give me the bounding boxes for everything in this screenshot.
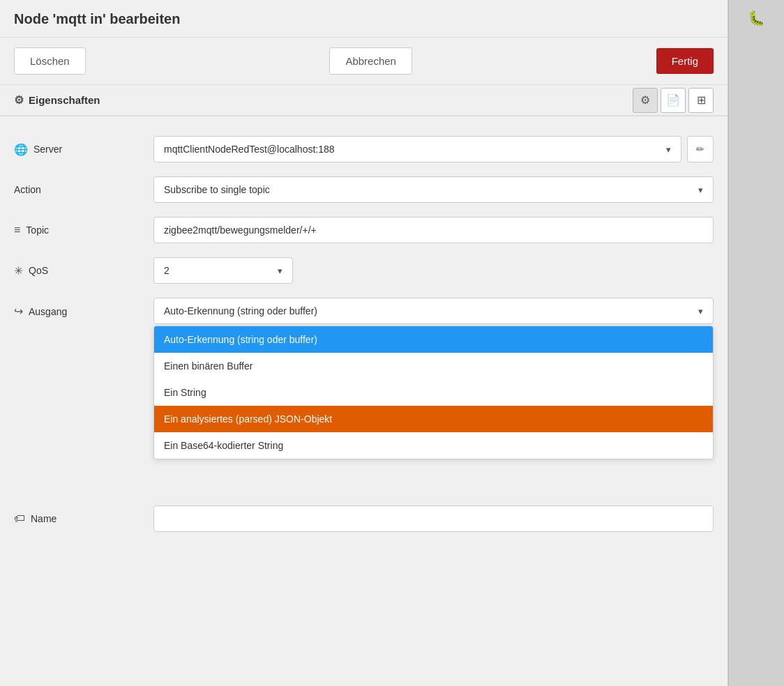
dropdown-item-1[interactable]: Einen binären Buffer — [154, 353, 713, 379]
tab-properties[interactable]: ⚙ Eigenschaften — [14, 85, 113, 116]
dropdown-item-3[interactable]: Ein analysiertes (parsed) JSON-Objekt — [154, 406, 713, 432]
chevron-down-icon: ▾ — [698, 306, 703, 317]
action-row: Action Subscribe to single topic ▾ — [14, 176, 714, 203]
qos-row: ✳ QoS 2 ▾ — [14, 257, 714, 284]
tab-settings-button[interactable]: ⚙ — [633, 88, 658, 113]
document-icon: 📄 — [666, 93, 680, 107]
cancel-button[interactable]: Abbrechen — [329, 47, 412, 75]
side-panel: 🐛 — [728, 0, 784, 686]
chevron-down-icon: ▾ — [698, 185, 703, 195]
dropdown-item-0[interactable]: Auto-Erkennung (string oder buffer) — [154, 326, 713, 353]
page-title: Node 'mqtt in' bearbeiten — [14, 11, 714, 27]
pencil-icon: ✏ — [696, 144, 704, 155]
action-label: Action — [14, 184, 153, 195]
tab-bar: ⚙ Eigenschaften ⚙ 📄 ⊞ — [0, 85, 728, 116]
chevron-down-icon: ▾ — [666, 144, 671, 155]
output-label: ↪ Ausgang — [14, 305, 153, 318]
name-label: 🏷 Name — [14, 512, 153, 525]
server-select[interactable]: mqttClientNodeRedTest@localhost:188 ▾ — [153, 136, 681, 162]
gear-icon: ⚙ — [14, 93, 24, 107]
dropdown-item-2[interactable]: Ein String — [154, 379, 713, 406]
output-dropdown-wrapper: Auto-Erkennung (string oder buffer) ▾ Au… — [153, 298, 714, 324]
output-row: ↪ Ausgang Auto-Erkennung (string oder bu… — [14, 298, 714, 324]
topic-label: ≡ Topic — [14, 224, 153, 236]
dropdown-item-4[interactable]: Ein Base64-kodierter String — [154, 432, 713, 459]
name-input[interactable] — [153, 505, 714, 532]
edit-server-button[interactable]: ✏ — [687, 136, 714, 162]
tag-icon: 🏷 — [14, 512, 25, 525]
qos-select[interactable]: 2 ▾ — [153, 257, 293, 284]
output-select[interactable]: Auto-Erkennung (string oder buffer) ▾ — [153, 298, 714, 324]
chevron-down-icon: ▾ — [278, 266, 282, 276]
qos-icon: ✳ — [14, 264, 23, 277]
done-button[interactable]: Fertig — [656, 48, 714, 74]
name-row: 🏷 Name — [14, 505, 714, 532]
output-dropdown-menu: Auto-Erkennung (string oder buffer) Eine… — [153, 326, 714, 459]
tab-properties-label: Eigenschaften — [29, 94, 100, 106]
topic-row: ≡ Topic — [14, 217, 714, 243]
delete-button[interactable]: Löschen — [14, 47, 86, 75]
topic-input[interactable] — [153, 217, 714, 243]
server-row: 🌐 Server mqttClientNodeRedTest@localhost… — [14, 136, 714, 162]
list-icon: ≡ — [14, 224, 20, 236]
bug-icon[interactable]: 🐛 — [748, 10, 765, 26]
output-icon: ↪ — [14, 305, 23, 318]
tab-layout-button[interactable]: ⊞ — [688, 88, 714, 113]
tab-document-button[interactable]: 📄 — [661, 88, 686, 113]
server-label: 🌐 Server — [14, 143, 153, 156]
action-select[interactable]: Subscribe to single topic ▾ — [153, 176, 714, 203]
qos-label: ✳ QoS — [14, 264, 153, 277]
settings-icon: ⚙ — [640, 93, 650, 107]
layout-icon: ⊞ — [697, 93, 706, 107]
globe-icon: 🌐 — [14, 143, 28, 156]
